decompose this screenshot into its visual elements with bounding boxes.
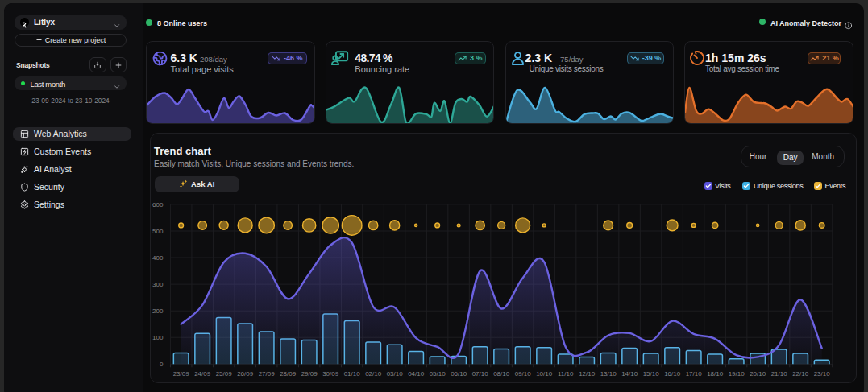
- svg-text:21/10: 21/10: [770, 370, 787, 378]
- svg-text:16/10: 16/10: [664, 370, 681, 378]
- svg-text:30/09: 30/09: [322, 370, 339, 378]
- svg-text:06/10: 06/10: [451, 370, 467, 378]
- svg-text:14/10: 14/10: [621, 370, 638, 378]
- svg-text:20/10: 20/10: [750, 370, 766, 378]
- svg-text:05/10: 05/10: [429, 370, 446, 378]
- svg-text:07/10: 07/10: [471, 370, 488, 378]
- svg-text:03/10: 03/10: [386, 370, 403, 378]
- svg-text:28/09: 28/09: [280, 370, 297, 378]
- svg-text:18/10: 18/10: [707, 370, 724, 378]
- svg-text:29/09: 29/09: [301, 370, 318, 378]
- svg-text:23/10: 23/10: [813, 370, 830, 378]
- svg-text:01/10: 01/10: [343, 370, 360, 378]
- svg-text:500: 500: [152, 228, 164, 235]
- svg-text:200: 200: [152, 307, 164, 315]
- svg-text:24/09: 24/09: [194, 370, 211, 378]
- svg-text:27/09: 27/09: [258, 370, 275, 378]
- svg-text:02/10: 02/10: [365, 370, 382, 378]
- svg-text:300: 300: [152, 281, 164, 288]
- svg-text:13/10: 13/10: [600, 370, 617, 378]
- svg-text:26/09: 26/09: [237, 370, 254, 378]
- svg-text:15/10: 15/10: [642, 370, 659, 378]
- svg-text:100: 100: [152, 334, 164, 341]
- svg-text:25/09: 25/09: [215, 370, 232, 378]
- svg-text:22/10: 22/10: [792, 370, 809, 378]
- svg-text:10/10: 10/10: [536, 370, 553, 378]
- svg-text:19/10: 19/10: [728, 370, 745, 378]
- svg-text:09/10: 09/10: [514, 370, 531, 378]
- svg-text:12/10: 12/10: [579, 370, 596, 378]
- svg-text:0: 0: [159, 361, 163, 368]
- svg-text:08/10: 08/10: [493, 370, 510, 378]
- svg-text:04/10: 04/10: [408, 370, 425, 378]
- svg-text:17/10: 17/10: [685, 370, 702, 378]
- svg-text:400: 400: [152, 254, 164, 262]
- svg-text:23/09: 23/09: [172, 370, 189, 378]
- svg-text:11/10: 11/10: [557, 370, 573, 378]
- svg-text:600: 600: [152, 201, 164, 208]
